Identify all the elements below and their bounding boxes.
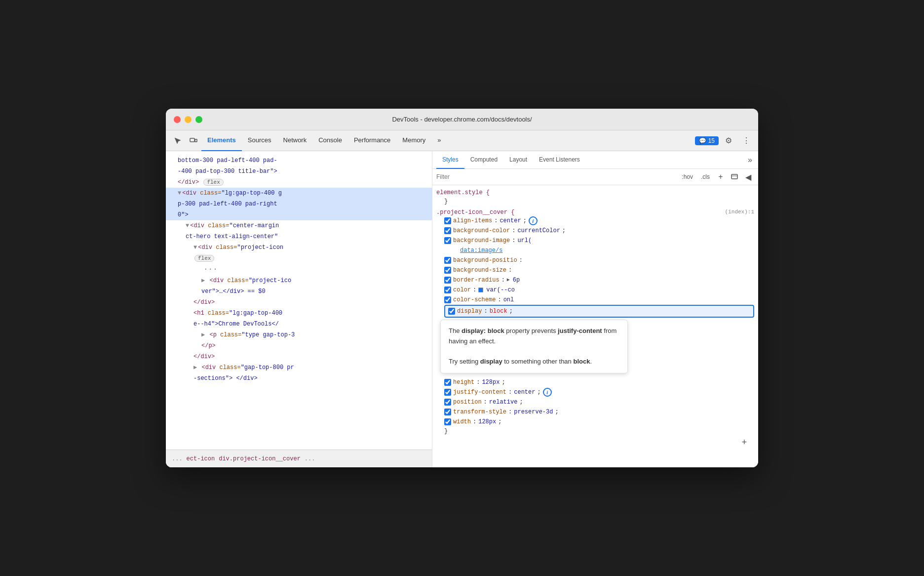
dom-line-dollar-zero[interactable]: ver">…</div> == $0 [166,286,432,297]
prop-align-items: align-items : center ; i [444,216,754,226]
prop-width: width : 128px ; [444,417,754,427]
tab-styles[interactable]: Styles [436,151,464,169]
notification-badge[interactable]: 💬 15 [695,136,719,145]
dom-line[interactable]: ▶ <div class="gap-top-800 pr [166,362,432,373]
dom-line-selected[interactable]: ▼<div class="lg:gap-top-400 g [166,188,432,199]
element-style-selector[interactable]: element.style { [436,189,754,196]
dom-panel-content[interactable]: bottom-300 pad-left-400 pad- -400 pad-to… [166,151,432,450]
dom-line[interactable]: ▶ <p class="type gap-top-3 [166,329,432,340]
dom-line[interactable]: flex [166,253,432,264]
minimize-button[interactable] [185,116,192,123]
tab-sources[interactable]: Sources [242,130,277,151]
tab-computed[interactable]: Computed [464,151,503,169]
device-toggle-icon[interactable] [186,133,201,149]
prop-display-checkbox[interactable] [448,308,455,315]
rule-header[interactable]: .project-icon__cover { (index):1 [436,209,754,216]
dom-line-selected[interactable]: 0"> [166,209,432,220]
dom-line[interactable]: </div> [166,351,432,362]
dom-panel: bottom-300 pad-left-400 pad- -400 pad-to… [166,151,432,467]
dom-line[interactable]: ct-hero text-align-center" [166,231,432,242]
dom-line[interactable]: <h1 class="lg:gap-top-400 [166,308,432,319]
styles-tab-more[interactable]: » [746,154,754,166]
more-options-icon[interactable]: ⋮ [738,133,754,149]
dom-breadcrumb-bar: ... ect-icon div.project-icon__cover ... [166,450,432,467]
title-bar: DevTools - developer.chrome.com/docs/dev… [166,109,758,130]
dom-line[interactable]: -400 pad-top-300 title-bar"> [166,166,432,177]
tab-elements[interactable]: Elements [201,130,242,151]
tab-more[interactable]: » [431,130,447,151]
traffic-lights [174,116,202,123]
prop-justify-content-checkbox[interactable] [444,389,451,396]
dom-line[interactable]: -sections"> </div> [166,373,432,384]
prop-position-checkbox[interactable] [444,399,451,406]
prop-width-checkbox[interactable] [444,418,451,425]
prop-background-color: background-color : currentColor ; [444,226,754,236]
svg-rect-2 [732,174,737,179]
dom-line[interactable]: ▼<div class="center-margin [166,220,432,231]
prop-color-scheme: color-scheme : onl [444,295,754,305]
dom-line-selected[interactable]: p-300 pad-left-400 pad-right [166,199,432,209]
filter-back-button[interactable]: ◀ [742,171,754,183]
prop-color-scheme-checkbox[interactable] [444,296,451,303]
breadcrumb-item-2[interactable]: div.project-icon__cover [219,455,301,462]
window-title: DevTools - developer.chrome.com/docs/dev… [392,116,532,123]
dom-line[interactable]: </p> [166,340,432,351]
filter-hov-button[interactable]: :hov [679,172,696,181]
filter-snapshot-button[interactable] [729,171,740,183]
prop-height: height : 128px ; [444,377,754,387]
rule-close-brace: } [444,428,754,435]
styles-content[interactable]: element.style { } .project-icon__cover {… [432,185,758,467]
breadcrumb-ellipsis-left[interactable]: ... [172,455,183,462]
element-style-rule: element.style { } [436,189,754,205]
prop-border-radius-checkbox[interactable] [444,277,451,284]
dom-line[interactable]: ··· [166,264,432,275]
tooltip-box: The display: block property prevents jus… [440,320,628,373]
prop-transform-style-checkbox[interactable] [444,409,451,415]
tab-performance[interactable]: Performance [348,130,396,151]
dom-line[interactable]: ▼<div class="project-icon [166,242,432,253]
dom-line[interactable]: </div> flex [166,177,432,188]
add-style-button[interactable]: + [738,437,750,449]
prop-display: display : block ; [444,305,754,318]
close-button[interactable] [174,116,181,123]
tab-network[interactable]: Network [277,130,313,151]
tab-event-listeners[interactable]: Event Listeners [533,151,586,169]
project-icon-cover-rule: .project-icon__cover { (index):1 align-i… [436,209,754,451]
filter-cls-button[interactable]: .cls [698,172,713,181]
color-swatch[interactable] [478,288,483,292]
prop-background-color-checkbox[interactable] [444,227,451,234]
prop-align-items-checkbox[interactable] [444,217,451,224]
dom-line[interactable]: ▶ <div class="project-ico [166,275,432,286]
prop-background-position-checkbox[interactable] [444,257,451,264]
dom-line[interactable]: bottom-300 pad-left-400 pad- [166,155,432,166]
breadcrumb-item-1[interactable]: ect-icon [187,455,215,462]
tab-memory[interactable]: Memory [396,130,431,151]
devtools-tab-bar: Elements Sources Network Console Perform… [166,130,758,151]
dom-dots[interactable]: ··· [201,265,220,274]
flex-badge-2[interactable]: flex [194,255,214,262]
tab-bar-right: 💬 15 ⚙ ⋮ [695,133,754,149]
filter-actions: :hov .cls + ◀ [679,171,754,183]
breadcrumb-ellipsis-right[interactable]: ... [305,455,315,462]
dom-line[interactable]: </div> [166,297,432,308]
prop-position: position : relative ; [444,397,754,407]
prop-color-checkbox[interactable] [444,287,451,293]
prop-background-image-checkbox[interactable] [444,237,451,244]
data-image-link[interactable]: data:image/s [460,246,502,255]
maximize-button[interactable] [195,116,202,123]
styles-tab-bar: Styles Computed Layout Event Listeners » [432,151,758,169]
align-items-info-icon[interactable]: i [529,216,538,225]
element-picker-icon[interactable] [170,133,186,149]
svg-rect-0 [190,138,194,142]
filter-add-button[interactable]: + [715,171,727,183]
flex-badge[interactable]: flex [203,179,223,186]
tab-console[interactable]: Console [312,130,348,151]
filter-input[interactable] [436,173,675,180]
justify-content-info-icon[interactable]: i [543,388,552,397]
dom-line[interactable]: e--h4">Chrome DevTools</ [166,319,432,329]
prop-background-size-checkbox[interactable] [444,267,451,274]
tab-layout[interactable]: Layout [503,151,533,169]
settings-icon[interactable]: ⚙ [721,133,736,149]
prop-height-checkbox[interactable] [444,379,451,386]
element-style-close: } [444,198,754,205]
